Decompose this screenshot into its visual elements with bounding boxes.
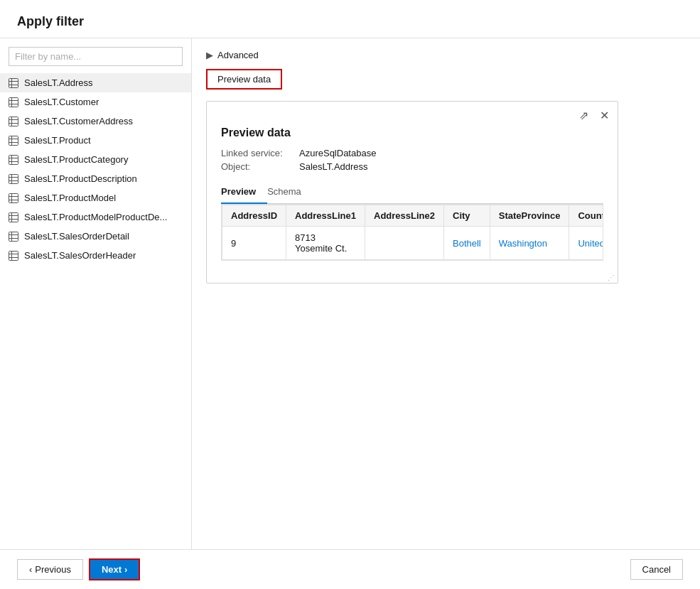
object-row: Object: SalesLT.Address xyxy=(221,161,603,172)
cancel-button[interactable]: Cancel xyxy=(630,559,683,580)
dialog-footer: ‹ Previous Next › Cancel xyxy=(0,549,700,589)
sidebar-item-label: SalesLT.SalesOrderDetail xyxy=(24,231,129,242)
sidebar-item-label: SalesLT.ProductCategory xyxy=(24,154,128,165)
tabs-row: PreviewSchema xyxy=(221,180,603,204)
svg-rect-24 xyxy=(9,193,18,202)
table-column-header: AddressID xyxy=(222,205,286,227)
linked-service-label: Linked service: xyxy=(221,148,299,158)
sidebar-item-label: SalesLT.CustomerAddress xyxy=(24,116,133,126)
sidebar-item-label: SalesLT.SalesOrderHeader xyxy=(24,250,136,261)
table-cell: Washington xyxy=(490,227,569,260)
table-cell: Bothell xyxy=(444,227,490,260)
table-cell xyxy=(365,227,444,260)
previous-button[interactable]: ‹ Previous xyxy=(17,559,83,580)
table-icon xyxy=(9,78,18,88)
apply-filter-dialog: Apply filter SalesLT.Address xyxy=(0,0,700,589)
svg-rect-32 xyxy=(9,232,18,241)
sidebar: SalesLT.Address SalesLT.Customer xyxy=(0,38,192,549)
svg-rect-0 xyxy=(9,78,18,87)
table-icon xyxy=(9,155,18,165)
preview-tab[interactable]: Schema xyxy=(267,180,313,204)
preview-panel-header: ⇗ ✕ xyxy=(207,102,618,126)
sidebar-item[interactable]: SalesLT.Product xyxy=(0,131,191,150)
sidebar-items-list: SalesLT.Address SalesLT.Customer xyxy=(0,73,191,265)
advanced-row: ▶ Advanced xyxy=(206,50,686,60)
table-column-header: AddressLine1 xyxy=(286,205,365,227)
preview-table: AddressIDAddressLine1AddressLine2CitySta… xyxy=(222,205,603,260)
main-content: ▶ Advanced Preview data ⇗ ✕ Preview data… xyxy=(192,38,700,549)
preview-panel-title: Preview data xyxy=(221,126,603,139)
svg-rect-36 xyxy=(9,251,18,260)
table-icon xyxy=(9,251,18,261)
dialog-body: SalesLT.Address SalesLT.Customer xyxy=(0,38,700,549)
table-icon xyxy=(9,136,18,146)
advanced-label: Advanced xyxy=(217,50,259,60)
preview-panel-body: Preview data Linked service: AzureSqlDat… xyxy=(207,126,618,272)
table-column-header: StateProvince xyxy=(490,205,569,227)
svg-rect-28 xyxy=(9,212,18,222)
filter-input-wrap xyxy=(0,47,191,73)
linked-service-row: Linked service: AzureSqlDatabase xyxy=(221,148,603,158)
sidebar-item[interactable]: SalesLT.SalesOrderHeader xyxy=(0,246,191,265)
table-icon xyxy=(9,97,18,107)
advanced-chevron-icon: ▶ xyxy=(206,50,213,60)
prev-chevron-icon: ‹ xyxy=(29,564,32,575)
svg-rect-12 xyxy=(9,136,18,145)
close-icon[interactable]: ✕ xyxy=(597,107,612,124)
svg-rect-20 xyxy=(9,174,18,183)
preview-data-btn-wrap: Preview data xyxy=(206,69,686,90)
svg-rect-8 xyxy=(9,117,18,126)
svg-rect-4 xyxy=(9,97,18,107)
sidebar-item-label: SalesLT.Product xyxy=(24,135,91,146)
sidebar-item-label: SalesLT.Customer xyxy=(24,97,99,107)
table-row: 98713 Yosemite Ct.BothellWashingtonUnite… xyxy=(222,227,604,260)
filter-input[interactable] xyxy=(9,47,183,66)
sidebar-item-label: SalesLT.Address xyxy=(24,77,93,88)
table-icon xyxy=(9,232,18,242)
sidebar-item-label: SalesLT.ProductModel xyxy=(24,193,116,203)
sidebar-item[interactable]: SalesLT.Address xyxy=(0,73,191,92)
resize-handle: ⋰ xyxy=(207,272,618,283)
next-label: Next xyxy=(102,564,122,575)
object-label: Object: xyxy=(221,161,299,172)
object-value: SalesLT.Address xyxy=(299,161,368,172)
sidebar-item[interactable]: SalesLT.SalesOrderDetail xyxy=(0,227,191,246)
table-cell: United State xyxy=(569,227,603,260)
table-cell: 8713 Yosemite Ct. xyxy=(286,227,365,260)
table-cell: 9 xyxy=(222,227,286,260)
table-column-header: CountryReg xyxy=(569,205,603,227)
data-table-wrap: AddressIDAddressLine1AddressLine2CitySta… xyxy=(221,204,603,261)
sidebar-item[interactable]: SalesLT.ProductDescription xyxy=(0,169,191,188)
preview-tab[interactable]: Preview xyxy=(221,180,267,204)
svg-rect-16 xyxy=(9,155,18,164)
sidebar-item[interactable]: SalesLT.Customer xyxy=(0,92,191,112)
table-icon xyxy=(9,117,18,126)
table-icon xyxy=(9,212,18,222)
dialog-title: Apply filter xyxy=(0,0,700,38)
sidebar-item[interactable]: SalesLT.CustomerAddress xyxy=(0,112,191,131)
sidebar-item-label: SalesLT.ProductModelProductDe... xyxy=(24,212,167,222)
preview-panel: ⇗ ✕ Preview data Linked service: AzureSq… xyxy=(206,101,618,283)
expand-icon[interactable]: ⇗ xyxy=(576,107,591,124)
sidebar-item[interactable]: SalesLT.ProductModelProductDe... xyxy=(0,207,191,227)
sidebar-item[interactable]: SalesLT.ProductCategory xyxy=(0,150,191,169)
table-column-header: City xyxy=(444,205,490,227)
sidebar-item[interactable]: SalesLT.ProductModel xyxy=(0,188,191,207)
linked-service-value: AzureSqlDatabase xyxy=(299,148,376,158)
preview-data-button[interactable]: Preview data xyxy=(206,69,282,90)
table-column-header: AddressLine2 xyxy=(365,205,444,227)
next-button[interactable]: Next › xyxy=(89,558,141,580)
table-icon xyxy=(9,193,18,203)
previous-label: Previous xyxy=(35,564,71,575)
sidebar-item-label: SalesLT.ProductDescription xyxy=(24,173,137,184)
table-icon xyxy=(9,174,18,184)
next-chevron-icon: › xyxy=(124,564,127,575)
